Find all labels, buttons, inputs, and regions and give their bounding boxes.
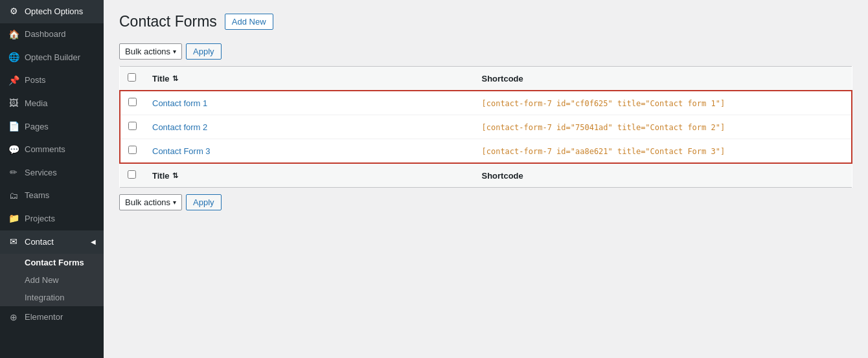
row-title-cell: Contact Form 3 <box>144 139 474 164</box>
sort-icon-footer: ⇅ <box>172 172 178 180</box>
bulk-actions-dropdown-top[interactable]: Bulk actions ▾ <box>119 43 182 60</box>
row-title-cell: Contact form 1 <box>144 91 474 115</box>
row-checkbox[interactable] <box>128 146 137 154</box>
media-icon: 🖼 <box>8 97 19 110</box>
row-checkbox[interactable] <box>128 122 137 130</box>
sidebar-item-label: Elementor <box>25 311 63 323</box>
title-sort-button-footer[interactable]: Title ⇅ <box>152 171 466 181</box>
sidebar-sub-item-contact-forms[interactable]: Contact Forms <box>0 254 104 271</box>
table-footer-row: Title ⇅ Shortcode <box>120 163 852 188</box>
shortcode-value: [contact-form-7 id="75041ad" title="Cont… <box>482 123 725 132</box>
sidebar-item-label: Posts <box>25 74 46 86</box>
row-title-cell: Contact form 2 <box>144 115 474 139</box>
bulk-actions-label-bottom: Bulk actions <box>125 197 170 207</box>
comments-icon: 💬 <box>8 144 19 157</box>
select-all-checkbox[interactable] <box>128 73 136 82</box>
contact-forms-table: Title ⇅ Shortcode Contact form 1 [contac… <box>119 66 852 188</box>
sidebar-item-dashboard[interactable]: 🏠 Dashboard <box>0 23 104 47</box>
sidebar-item-projects[interactable]: 📁 Projects <box>0 207 104 230</box>
table-row: Contact form 1 [contact-form-7 id="cf0f6… <box>120 91 852 115</box>
page-header: Contact Forms Add New <box>119 13 852 30</box>
row-checkbox-cell <box>120 115 144 139</box>
page-title: Contact Forms <box>119 13 217 30</box>
table-body: Contact form 1 [contact-form-7 id="cf0f6… <box>120 91 852 163</box>
sidebar: ⚙ Optech Options 🏠 Dashboard 🌐 Optech Bu… <box>0 0 104 358</box>
sort-icon: ⇅ <box>172 74 178 83</box>
title-column-footer: Title ⇅ <box>144 163 474 188</box>
row-shortcode-cell: [contact-form-7 id="aa8e621" title="Cont… <box>474 139 852 164</box>
sidebar-item-label: Dashboard <box>25 28 66 40</box>
select-all-header <box>120 67 144 91</box>
globe-icon: 🌐 <box>8 51 19 64</box>
form-link[interactable]: Contact form 2 <box>152 122 207 132</box>
bulk-actions-label-top: Bulk actions <box>125 47 170 56</box>
sidebar-item-label: Projects <box>25 213 55 225</box>
sidebar-item-comments[interactable]: 💬 Comments <box>0 139 104 162</box>
row-shortcode-cell: [contact-form-7 id="cf0f625" title="Cont… <box>474 91 852 115</box>
contact-collapse-icon: ◀ <box>91 238 96 247</box>
shortcode-column-header: Shortcode <box>474 67 852 91</box>
elementor-icon: ⊕ <box>8 311 19 324</box>
chevron-down-icon-bottom: ▾ <box>173 199 176 206</box>
sidebar-item-media[interactable]: 🖼 Media <box>0 92 104 115</box>
table-row: Contact form 2 [contact-form-7 id="75041… <box>120 115 852 139</box>
select-all-footer <box>120 163 144 188</box>
bulk-actions-dropdown-bottom[interactable]: Bulk actions ▾ <box>119 194 182 210</box>
sidebar-item-label: Teams <box>25 190 49 201</box>
apply-button-bottom[interactable]: Apply <box>186 194 222 210</box>
title-col-label: Title <box>152 74 170 84</box>
select-all-checkbox-footer[interactable] <box>128 170 136 179</box>
teams-icon: 🗂 <box>8 190 19 203</box>
table-row: Contact Form 3 [contact-form-7 id="aa8e6… <box>120 139 852 164</box>
projects-icon: 📁 <box>8 212 19 225</box>
sidebar-sub-label: Integration <box>25 293 64 302</box>
sidebar-item-label: Pages <box>25 121 49 133</box>
sidebar-item-services[interactable]: ✏ Services <box>0 161 104 185</box>
sidebar-item-label: Services <box>25 167 57 179</box>
sidebar-sub-label: Add New <box>25 275 59 285</box>
sidebar-sub-item-add-new[interactable]: Add New <box>0 271 104 289</box>
sidebar-item-posts[interactable]: 📌 Posts <box>0 69 104 93</box>
title-column-header: Title ⇅ <box>144 67 474 91</box>
shortcode-value: [contact-form-7 id="cf0f625" title="Cont… <box>482 99 725 108</box>
form-link[interactable]: Contact form 1 <box>152 98 207 108</box>
pages-icon: 📄 <box>8 120 19 133</box>
shortcode-column-footer: Shortcode <box>474 163 852 188</box>
apply-button-top[interactable]: Apply <box>186 43 222 60</box>
services-icon: ✏ <box>8 166 19 179</box>
add-new-button[interactable]: Add New <box>225 14 273 30</box>
dashboard-icon: 🏠 <box>8 28 19 41</box>
sidebar-item-contact[interactable]: ✉ Contact ◀ <box>0 230 104 254</box>
row-checkbox-cell <box>120 91 144 115</box>
sidebar-item-optech-builder[interactable]: 🌐 Optech Builder <box>0 46 104 69</box>
sidebar-item-label: Comments <box>25 144 65 155</box>
posts-icon: 📌 <box>8 74 19 87</box>
shortcode-value: [contact-form-7 id="aa8e621" title="Cont… <box>482 147 725 156</box>
sidebar-item-elementor[interactable]: ⊕ Elementor <box>0 306 104 330</box>
sidebar-item-teams[interactable]: 🗂 Teams <box>0 185 104 208</box>
table-header-row: Title ⇅ Shortcode <box>120 67 852 91</box>
sidebar-item-label: Optech Builder <box>25 52 80 63</box>
row-checkbox-cell <box>120 139 144 164</box>
top-toolbar: Bulk actions ▾ Apply <box>119 43 852 60</box>
sidebar-item-label: Optech Options <box>25 6 83 17</box>
row-shortcode-cell: [contact-form-7 id="75041ad" title="Cont… <box>474 115 852 139</box>
main-content: Contact Forms Add New Bulk actions ▾ App… <box>104 0 868 358</box>
bottom-toolbar: Bulk actions ▾ Apply <box>119 194 852 210</box>
row-checkbox[interactable] <box>128 98 137 106</box>
sidebar-item-label: Media <box>25 98 47 109</box>
sidebar-item-optech-options[interactable]: ⚙ Optech Options <box>0 0 104 23</box>
title-col-label-footer: Title <box>152 171 170 181</box>
sidebar-sub-label: Contact Forms <box>25 258 84 267</box>
contact-icon: ✉ <box>8 236 19 249</box>
sidebar-sub-item-integration[interactable]: Integration <box>0 289 104 306</box>
contact-submenu: Contact Forms Add New Integration <box>0 254 104 306</box>
sidebar-item-label: Contact <box>25 236 54 248</box>
title-sort-button[interactable]: Title ⇅ <box>152 74 466 84</box>
sidebar-item-pages[interactable]: 📄 Pages <box>0 115 104 139</box>
form-link[interactable]: Contact Form 3 <box>152 146 211 156</box>
optech-options-icon: ⚙ <box>8 5 19 18</box>
chevron-down-icon-top: ▾ <box>173 48 176 55</box>
